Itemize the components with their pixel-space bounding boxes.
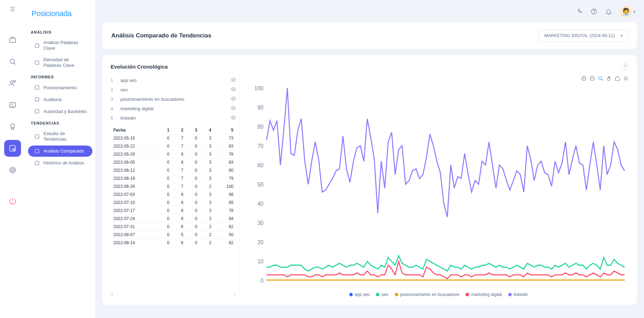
sidebar-item[interactable]: Estudio de Tendencias <box>28 128 92 144</box>
keyword-row: 1app seo <box>111 76 236 85</box>
eye-icon[interactable] <box>231 96 236 103</box>
svg-point-27 <box>233 79 234 80</box>
help-icon[interactable] <box>590 8 597 15</box>
sidebar-item-label: Estudio de Tendencias <box>43 131 88 142</box>
svg-point-9 <box>11 124 15 128</box>
cell-value: 6 <box>172 223 186 231</box>
sidebar-item[interactable]: Posicionamiento <box>28 82 92 93</box>
cell-value: 0 <box>158 150 172 158</box>
svg-point-31 <box>233 117 234 118</box>
legend-item[interactable]: posicionamiento en buscadores <box>395 292 460 297</box>
svg-point-29 <box>233 98 234 99</box>
data-table: Fecha12345 2022-05-150703732022-05-22070… <box>111 126 236 247</box>
cell-date: 2022-05-15 <box>111 134 158 142</box>
bell-icon[interactable] <box>605 8 612 15</box>
line-chart[interactable]: 0102030405060708090100 <box>248 84 629 289</box>
legend-label: marketing digital <box>471 292 502 297</box>
chart-area: 0102030405060708090100 app seoseoposicio… <box>248 76 629 297</box>
keyword-name: linkedin <box>120 115 226 121</box>
cell-value: 78 <box>214 207 236 215</box>
cell-value: 0 <box>186 158 200 167</box>
cell-value: 0 <box>158 191 172 199</box>
eye-icon[interactable] <box>231 105 236 112</box>
svg-line-38 <box>602 79 603 80</box>
rail-target-icon[interactable] <box>4 162 21 178</box>
cell-value: 0 <box>158 183 172 191</box>
svg-point-28 <box>233 89 234 90</box>
y-tick-label: 90 <box>257 104 263 111</box>
cell-value: 3 <box>200 215 214 223</box>
keyword-name: seo <box>120 87 226 92</box>
cell-value: 2 <box>200 231 214 239</box>
brand-logo[interactable]: Posicionada <box>25 6 95 27</box>
rail-users-icon[interactable] <box>4 75 21 92</box>
cell-value: 0 <box>158 167 172 175</box>
legend-item[interactable]: seo <box>376 292 388 297</box>
area-zoom-icon[interactable] <box>598 76 603 82</box>
rail-award-icon[interactable] <box>4 118 21 135</box>
sidebar-section-label: TENDENCIAS <box>25 118 95 127</box>
rail-trends-icon[interactable] <box>4 140 21 157</box>
user-menu[interactable]: 🧑‍💼 ▾ <box>620 6 636 17</box>
cell-date: 2022-06-19 <box>111 175 158 183</box>
legend-item[interactable]: linkedin <box>508 292 528 297</box>
col-header: 1 <box>158 126 172 134</box>
topbar: 🧑‍💼 ▾ <box>102 5 637 22</box>
cell-value: 0 <box>158 175 172 183</box>
cell-value: 0 <box>186 134 200 142</box>
cell-value: 83 <box>214 142 236 150</box>
rail-briefcase-icon[interactable] <box>4 31 21 48</box>
table-row: 2022-05-22070383 <box>111 142 236 150</box>
cell-value: 3 <box>200 150 214 158</box>
cell-value: 66 <box>214 191 236 199</box>
sidebar-item[interactable]: Histórico de Análisis <box>28 157 92 169</box>
svg-point-30 <box>233 107 234 109</box>
pan-icon[interactable] <box>606 76 612 82</box>
legend-item[interactable]: marketing digital <box>465 292 502 297</box>
legend-dot <box>376 293 379 296</box>
home-icon[interactable] <box>615 76 620 82</box>
eye-icon[interactable] <box>231 86 236 93</box>
sidebar-item[interactable]: Densidad de Palabras Clave <box>28 54 92 71</box>
rail-power-icon[interactable] <box>4 192 21 209</box>
sidebar-item[interactable]: Autoridad y Backlinks <box>28 106 92 117</box>
hamburger-icon[interactable] <box>9 6 16 12</box>
cell-value: 7 <box>172 175 186 183</box>
eye-icon[interactable] <box>231 77 236 84</box>
menu-icon[interactable] <box>623 76 629 82</box>
keyword-index: 3 <box>111 97 115 102</box>
rail-checklist-icon[interactable] <box>4 97 21 113</box>
sidebar-item[interactable]: Auditoría <box>28 94 92 105</box>
zoom-out-icon[interactable] <box>589 76 595 82</box>
keyword-table-panel: 1app seo2seo3posicionamiento en buscador… <box>111 76 240 297</box>
zoom-in-icon[interactable] <box>581 76 587 82</box>
cell-value: 8 <box>172 207 186 215</box>
cell-value: 65 <box>214 199 236 207</box>
cell-value: 0 <box>158 215 172 223</box>
svg-rect-8 <box>10 103 16 108</box>
sidebar-item[interactable]: Análisis Comparado <box>28 146 92 157</box>
rail-search-icon[interactable] <box>4 53 21 70</box>
dark-mode-icon[interactable] <box>576 8 583 15</box>
eye-icon[interactable] <box>231 115 236 121</box>
legend-label: app seo <box>355 292 370 297</box>
project-selector[interactable]: MARKETING DIGITAL (2024-05-11) <box>538 29 628 42</box>
svg-point-4 <box>10 59 15 64</box>
cell-value: 3 <box>200 191 214 199</box>
cell-date: 2022-06-05 <box>111 158 158 167</box>
cell-value: 50 <box>214 231 236 239</box>
svg-point-13 <box>10 167 16 173</box>
cell-date: 2022-06-26 <box>111 183 158 191</box>
keyword-index: 1 <box>111 78 115 83</box>
cell-value: 3 <box>200 167 214 175</box>
legend-label: seo <box>382 292 388 297</box>
panel-help-icon[interactable]: ? <box>622 63 629 70</box>
svg-point-11 <box>13 148 15 150</box>
page-next-icon[interactable]: › <box>234 291 236 297</box>
svg-rect-19 <box>35 86 39 90</box>
legend-label: posicionamiento en buscadores <box>400 292 460 297</box>
legend-item[interactable]: app seo <box>349 292 370 297</box>
sidebar-item[interactable]: Análisis Palabras Clave <box>28 37 92 54</box>
page-prev-icon[interactable]: ‹ <box>111 291 113 297</box>
cell-value: 7 <box>172 183 186 191</box>
